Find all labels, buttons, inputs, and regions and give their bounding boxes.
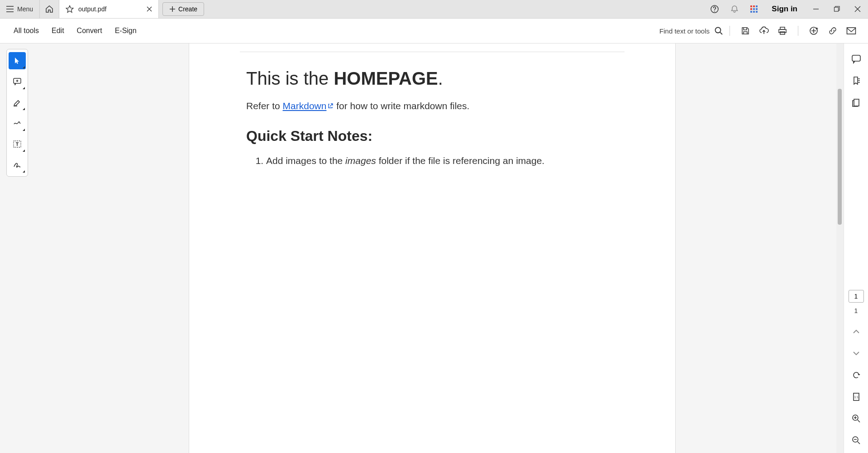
document-page: This is the HOMEPAGE. Refer to Markdown … <box>189 43 676 453</box>
signin-button[interactable]: Sign in <box>763 0 806 18</box>
divider <box>240 52 625 52</box>
li-suffix: folder if the file is referencing an ima… <box>376 155 544 166</box>
svg-rect-2 <box>750 5 752 7</box>
h1-bold: HOMEPAGE <box>334 68 438 88</box>
help-button[interactable] <box>705 0 725 18</box>
home-button[interactable] <box>39 0 59 18</box>
svg-rect-11 <box>835 7 839 11</box>
svg-point-1 <box>714 11 715 12</box>
minimize-icon <box>813 6 819 12</box>
sparkle-icon <box>809 26 819 36</box>
text-select-tool[interactable] <box>9 135 26 153</box>
h1-prefix: This is the <box>246 68 334 88</box>
close-window-button[interactable] <box>847 0 868 18</box>
create-button[interactable]: Create <box>162 2 204 16</box>
search-label: Find text or tools <box>659 27 710 35</box>
star-icon[interactable] <box>66 5 74 13</box>
text-box-icon <box>13 140 22 149</box>
upload-cloud-button[interactable] <box>754 24 773 38</box>
comment-tool[interactable] <box>9 73 26 90</box>
link-icon <box>828 26 837 35</box>
next-page-button[interactable] <box>847 344 865 362</box>
titlebar: Menu output.pdf Create <box>0 0 868 19</box>
pages-icon <box>851 97 861 107</box>
svg-rect-5 <box>750 8 752 10</box>
page-number-input[interactable] <box>849 290 864 303</box>
external-link-icon <box>327 103 334 109</box>
save-icon <box>741 26 750 35</box>
create-label: Create <box>178 5 197 13</box>
cloud-upload-icon <box>759 26 769 35</box>
menu-label: Menu <box>17 5 33 13</box>
link-button[interactable] <box>824 24 842 38</box>
zoom-out-icon <box>852 436 861 445</box>
left-sidebar <box>0 43 28 453</box>
notifications-button[interactable] <box>725 0 744 18</box>
zoom-in-icon <box>852 414 861 423</box>
zoom-in-button[interactable] <box>847 410 865 428</box>
ai-assistant-button[interactable] <box>805 23 824 39</box>
tab-title: output.pdf <box>78 5 140 13</box>
tool-edit[interactable]: Edit <box>45 24 71 38</box>
print-button[interactable] <box>773 24 792 38</box>
content-area: This is the HOMEPAGE. Refer to Markdown … <box>0 43 868 453</box>
fit-page-icon: 1:1 <box>852 392 861 401</box>
close-icon <box>854 6 861 12</box>
maximize-button[interactable] <box>826 0 847 18</box>
svg-rect-15 <box>780 32 785 34</box>
svg-point-12 <box>715 28 721 33</box>
heading-2: Quick Start Notes: <box>246 128 618 145</box>
home-icon <box>45 5 53 13</box>
right-sidebar: 1 1:1 <box>844 43 868 453</box>
apps-button[interactable] <box>744 0 763 18</box>
svg-rect-8 <box>750 11 752 13</box>
rotate-button[interactable] <box>847 366 865 384</box>
tab-close-button[interactable] <box>145 5 154 14</box>
tool-all-tools[interactable]: All tools <box>7 24 45 38</box>
freehand-icon <box>13 119 22 128</box>
search-button[interactable]: Find text or tools <box>659 26 723 35</box>
select-tool[interactable] <box>9 52 26 69</box>
li-prefix: Add images to the <box>266 155 345 166</box>
rotate-icon <box>852 371 861 380</box>
quick-start-list: Add images to the images folder if the f… <box>246 154 618 168</box>
annotation-toolbox <box>6 49 28 177</box>
link-text: Markdown <box>283 101 327 111</box>
minimize-button[interactable] <box>806 0 826 18</box>
toolbar: All tools Edit Convert E-Sign Find text … <box>0 19 868 43</box>
email-button[interactable] <box>842 24 861 38</box>
bell-icon <box>730 5 739 14</box>
prev-page-button[interactable] <box>847 323 865 341</box>
comments-panel-button[interactable] <box>847 50 865 68</box>
scrollbar-thumb[interactable] <box>838 89 842 225</box>
maximize-icon <box>834 6 840 12</box>
hamburger-icon <box>6 6 14 12</box>
svg-text:1:1: 1:1 <box>854 395 858 399</box>
highlighter-icon <box>13 98 22 107</box>
zoom-out-button[interactable] <box>847 431 865 449</box>
draw-tool[interactable] <box>9 115 26 132</box>
bookmarks-panel-button[interactable] <box>847 72 865 90</box>
menu-button[interactable]: Menu <box>0 0 39 18</box>
svg-rect-20 <box>852 55 860 61</box>
email-icon <box>846 27 856 35</box>
thumbnails-panel-button[interactable] <box>847 93 865 111</box>
document-viewport[interactable]: This is the HOMEPAGE. Refer to Markdown … <box>28 43 836 453</box>
save-button[interactable] <box>736 24 754 38</box>
markdown-link[interactable]: Markdown <box>283 101 334 111</box>
tool-esign[interactable]: E-Sign <box>109 24 143 38</box>
signature-tool[interactable] <box>9 156 26 173</box>
h1-suffix: . <box>438 68 443 88</box>
scrollbar[interactable] <box>836 43 844 453</box>
fit-page-button[interactable]: 1:1 <box>847 388 865 406</box>
bookmark-icon <box>851 76 861 86</box>
document-tab[interactable]: output.pdf <box>59 0 159 18</box>
page-total: 1 <box>854 307 858 314</box>
separator <box>730 26 730 36</box>
apps-grid-icon <box>750 5 758 13</box>
tool-convert[interactable]: Convert <box>71 24 109 38</box>
search-icon <box>714 26 723 35</box>
chevron-down-icon <box>853 351 859 356</box>
heading-1: This is the HOMEPAGE. <box>246 68 618 89</box>
highlight-tool[interactable] <box>9 94 26 111</box>
